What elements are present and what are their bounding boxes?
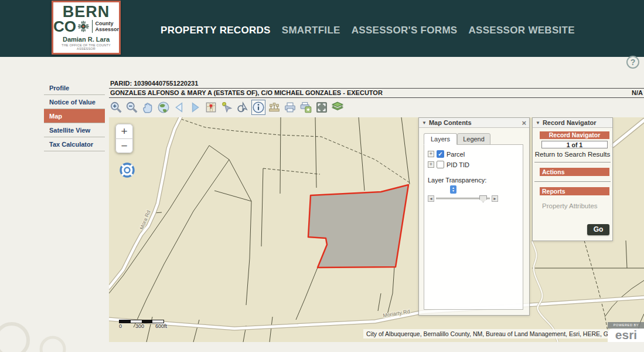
layers-icon[interactable] — [330, 100, 345, 115]
slider-track[interactable] — [436, 198, 490, 199]
map-canvas[interactable]: Mora Rd Moriarty Rd + − 0 300 600ft City… — [109, 117, 644, 342]
nav-property-records[interactable]: PROPERTY RECORDS — [161, 25, 271, 36]
full-screen-icon[interactable] — [315, 100, 329, 115]
transparency-label: Layer Transparency: — [428, 177, 519, 184]
expand-icon[interactable]: + — [428, 161, 434, 168]
layer-row-pid-tid: + PID TID — [428, 161, 519, 168]
record-position-input[interactable]: 1 of 1 — [541, 141, 608, 148]
tab-legend[interactable]: Legend — [457, 133, 490, 145]
map-zoom-control: + − — [115, 124, 133, 153]
esri-wordmark: esri — [608, 329, 644, 342]
map-zoom-out-button[interactable]: − — [115, 138, 133, 153]
collapse-arrow-icon[interactable]: ▼ — [422, 120, 427, 126]
layer-row-parcel: + ✓ Parcel — [428, 150, 519, 158]
owner-name: GONZALES ALFONSO & MARY A (ESTATES OF), … — [110, 89, 383, 96]
record-navigator-panel: ▼ Record Navigator Record Navigator 1 of… — [532, 117, 613, 241]
divider — [534, 162, 611, 163]
esri-logo: POWERED BY esri — [608, 322, 644, 342]
app-header: BERN CO County Assessor Damian R. Lara T… — [0, 0, 644, 57]
map-contents-tabs: Layers Legend — [419, 133, 529, 145]
zoom-out-icon[interactable] — [125, 100, 139, 115]
assessor-name: Damian R. Lara — [53, 36, 119, 43]
map-contents-header[interactable]: ▼ Map Contents × — [419, 118, 529, 128]
property-attributes-link[interactable]: Property Attributes — [542, 202, 612, 209]
map-attribution: City of Albuquerque, Bernalillo County, … — [363, 329, 608, 339]
locate-button[interactable] — [119, 162, 135, 178]
return-to-search-results-link[interactable]: Return to Search Results — [533, 151, 612, 158]
bernco-logo[interactable]: BERN CO County Assessor Damian R. Lara T… — [52, 1, 121, 55]
parid-row: PARID: 103904407551220231 — [109, 79, 644, 89]
scale-bar: 0 300 600ft — [119, 320, 166, 329]
pid-tid-checkbox[interactable] — [437, 161, 444, 168]
sidebar-item-notice-of-value[interactable]: Notice of Value — [44, 95, 105, 109]
logo-assessor: Assessor — [95, 26, 119, 32]
sidebar-item-profile[interactable]: Profile — [44, 81, 105, 95]
logo-line2: CO — [53, 19, 76, 33]
expand-icon[interactable]: + — [428, 151, 434, 157]
map-contents-title: Map Contents — [429, 119, 472, 126]
full-extent-globe-icon[interactable] — [156, 100, 171, 115]
parid-value: 103904407551220231 — [134, 80, 198, 87]
owner-row: GONZALES ALFONSO & MARY A (ESTATES OF), … — [109, 89, 644, 98]
nav-assessor-website[interactable]: ASSESSOR WEBSITE — [468, 25, 574, 36]
scale-tick-300: 300 — [135, 323, 144, 329]
slider-right-arrow[interactable]: ► — [492, 195, 498, 202]
zia-symbol-icon — [77, 20, 90, 33]
map-zoom-in-button[interactable]: + — [115, 124, 133, 138]
sidebar-item-tax-calculator[interactable]: Tax Calculator — [44, 137, 105, 151]
zoom-in-icon[interactable] — [109, 100, 123, 115]
logo-county: County — [95, 21, 119, 26]
go-button[interactable]: Go — [587, 224, 609, 235]
divider — [534, 181, 611, 182]
export-map-icon[interactable] — [299, 100, 313, 115]
selected-parcel[interactable] — [308, 185, 408, 268]
close-icon[interactable]: × — [522, 119, 526, 127]
sidebar-item-satellite-view[interactable]: Satellite View — [44, 123, 105, 137]
collapse-arrow-icon[interactable]: ▼ — [536, 120, 540, 126]
background-pattern — [0, 317, 100, 352]
logo-tagline: THE OFFICE OF THE COUNTY ASSESSOR — [53, 43, 119, 50]
record-navigator-banner: Record Navigator — [540, 131, 609, 139]
slider-handle[interactable] — [479, 195, 487, 202]
parcel-checkbox[interactable]: ✓ — [437, 150, 444, 158]
previous-extent-icon[interactable] — [172, 100, 186, 115]
nav-assessors-forms[interactable]: ASSESSOR'S FORMS — [352, 25, 458, 36]
record-header: PARID: 103904407551220231 GONZALES ALFON… — [109, 79, 644, 98]
actions-section-header[interactable]: Actions — [540, 168, 609, 176]
transparency-slider: ◄ ► — [428, 195, 519, 202]
sidebar-menu: Profile Notice of Value Map Satellite Vi… — [44, 81, 105, 151]
pan-hand-icon[interactable] — [141, 100, 155, 115]
transparency-stepper[interactable]: ▲▼ — [450, 185, 456, 194]
map-toolbar — [109, 98, 644, 116]
print-icon[interactable] — [283, 100, 297, 115]
record-navigator-title: Record Navigator — [543, 119, 597, 126]
sidebar-item-map[interactable]: Map — [44, 109, 105, 123]
layer-label-parcel: Parcel — [447, 151, 465, 158]
pin-select-icon[interactable] — [220, 100, 234, 115]
overview-map-icon[interactable] — [204, 100, 218, 115]
zoom-to-selection-icon[interactable] — [236, 100, 250, 115]
layers-tab-content: + ✓ Parcel + PID TID Layer Transparency:… — [424, 144, 523, 310]
tab-layers[interactable]: Layers — [424, 133, 457, 145]
parid-label: PARID: — [110, 80, 132, 87]
next-extent-icon[interactable] — [188, 100, 202, 115]
record-navigator-header[interactable]: ▼ Record Navigator — [533, 118, 612, 128]
layer-label-pid-tid: PID TID — [447, 161, 469, 168]
logo-divider — [92, 20, 93, 33]
reports-section-header[interactable]: Reports — [540, 187, 609, 195]
slider-left-arrow[interactable]: ◄ — [428, 195, 434, 202]
scale-tick-0: 0 — [119, 323, 122, 329]
logo-line1: BERN — [53, 5, 119, 19]
help-icon[interactable]: ? — [626, 56, 639, 69]
nav-smartfile[interactable]: SMARTFILE — [282, 25, 340, 36]
scale-tick-600: 600ft — [155, 323, 167, 329]
identify-info-icon[interactable] — [251, 100, 265, 115]
owner-right-value: N/A — [632, 89, 643, 96]
measure-icon[interactable] — [267, 100, 281, 115]
main-nav: PROPERTY RECORDS SMARTFILE ASSESSOR'S FO… — [161, 25, 575, 36]
map-contents-panel: ▼ Map Contents × Layers Legend + ✓ Parce… — [418, 117, 530, 316]
